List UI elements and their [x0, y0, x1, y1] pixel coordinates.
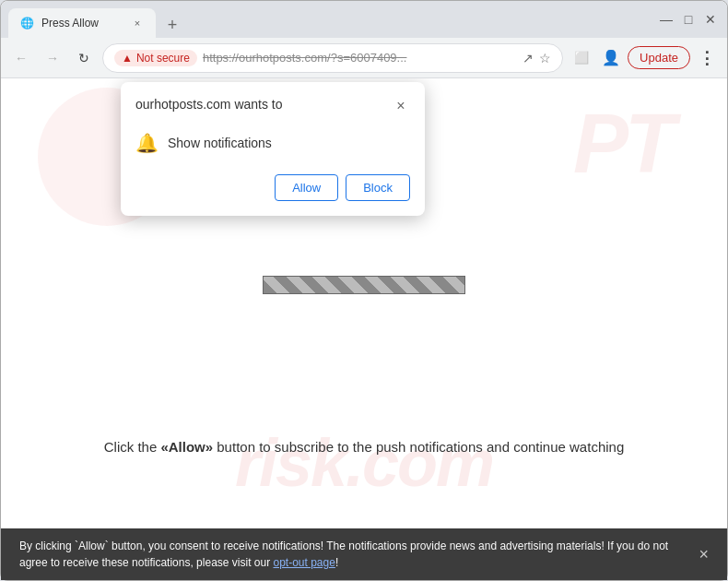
security-badge[interactable]: ▲ Not secure [114, 50, 197, 66]
tab-favicon-icon: 🌐 [19, 16, 34, 30]
new-tab-button[interactable]: + [159, 12, 185, 38]
maximize-button[interactable]: □ [679, 10, 698, 29]
share-icon[interactable]: ↗ [523, 51, 534, 65]
popup-title: ourhotposts.com wants to [135, 97, 283, 112]
bottom-bar-close-button[interactable]: × [699, 542, 709, 567]
popup-notification-row: 🔔 Show notifications [135, 126, 410, 160]
update-button[interactable]: Update [628, 46, 690, 69]
back-button[interactable]: ← [8, 45, 34, 71]
opt-out-link[interactable]: opt-out page [273, 556, 335, 569]
instruction-text: Click the «Allow» button to subscribe to… [1, 439, 727, 455]
bottom-bar-text-part2: ! [335, 556, 338, 569]
security-badge-text: Not secure [136, 52, 190, 65]
page-content: PT risk.com Click the «Allow» button to … [1, 78, 727, 528]
tab-bar: 🌐 Press Allow × + [8, 1, 653, 38]
bottom-bar-text-part1: By clicking `Allow` button, you consent … [19, 540, 668, 569]
bottom-notification-bar: By clicking `Allow` button, you consent … [1, 528, 727, 580]
profile-button[interactable]: 👤 [598, 45, 624, 71]
risk-watermark: risk.com [1, 425, 727, 501]
menu-button[interactable]: ⋮ [694, 45, 720, 71]
progress-bar-container [263, 276, 465, 294]
pt-watermark: PT [573, 97, 672, 192]
bookmark-icon[interactable]: ☆ [539, 51, 551, 65]
notification-label: Show notifications [168, 136, 272, 150]
tab-title: Press Allow [41, 17, 123, 30]
bell-icon: 🔔 [135, 132, 159, 154]
popup-header: ourhotposts.com wants to × [135, 97, 410, 115]
notification-popup: ourhotposts.com wants to × 🔔 Show notifi… [121, 82, 425, 216]
nav-actions: ⬜ 👤 Update ⋮ [569, 45, 720, 71]
extensions-button[interactable]: ⬜ [569, 45, 594, 71]
forward-button[interactable]: → [40, 45, 65, 71]
active-tab[interactable]: 🌐 Press Allow × [8, 8, 156, 38]
address-bar[interactable]: ▲ Not secure https://ourhotposts.com/?s=… [102, 43, 563, 73]
popup-buttons: Allow Block [135, 174, 410, 201]
window-controls: — □ ✕ [657, 10, 720, 29]
progress-bar [263, 276, 465, 294]
title-bar: 🌐 Press Allow × + — □ ✕ [1, 1, 727, 38]
browser-window: 🌐 Press Allow × + — □ ✕ ← → ↻ ▲ Not secu… [0, 0, 728, 581]
refresh-button[interactable]: ↻ [71, 45, 97, 71]
block-button[interactable]: Block [346, 174, 410, 201]
url-display: https://ourhotposts.com/?s=6007409... [203, 51, 517, 65]
allow-button[interactable]: Allow [275, 174, 338, 201]
bottom-bar-text: By clicking `Allow` button, you consent … [19, 538, 684, 571]
security-warning-icon: ▲ [122, 52, 133, 65]
popup-close-button[interactable]: × [392, 97, 410, 115]
close-window-button[interactable]: ✕ [701, 10, 720, 29]
tab-close-button[interactable]: × [130, 16, 145, 30]
minimize-button[interactable]: — [657, 10, 675, 29]
navigation-bar: ← → ↻ ▲ Not secure https://ourhotposts.c… [1, 38, 727, 78]
